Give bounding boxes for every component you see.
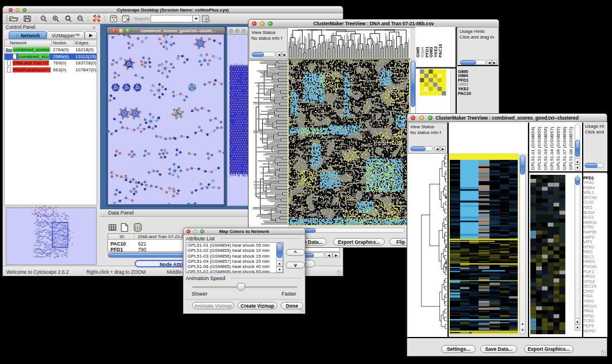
svg-text:1:1: 1:1 bbox=[78, 17, 82, 20]
svg-text:Search:: Search: bbox=[134, 16, 150, 21]
